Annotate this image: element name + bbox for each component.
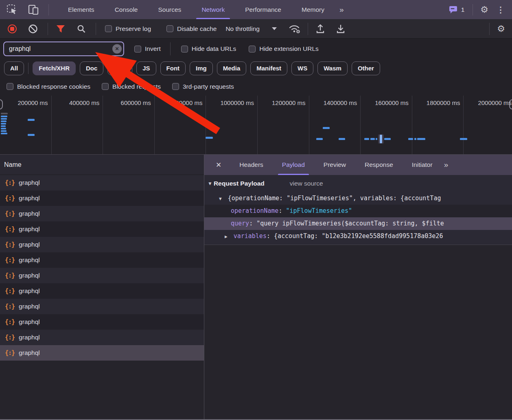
filter-chip-media[interactable]: Media (217, 61, 247, 75)
hide-data-urls-checkbox[interactable] (181, 46, 188, 52)
filter-chip-img[interactable]: Img (190, 61, 213, 75)
payload-row-operation-name[interactable]: operationName: "ipFlowTimeseries" (204, 205, 512, 217)
blocked-response-cookies-label: Blocked response cookies (17, 83, 90, 90)
request-row[interactable]: {:}graphql (0, 299, 204, 314)
disable-cache-checkbox[interactable] (166, 25, 173, 32)
name-column-header[interactable]: Name (0, 155, 204, 175)
disable-cache-toggle: Disable cache (166, 25, 217, 33)
pane-splitter[interactable] (204, 155, 204, 419)
filter-chip-all[interactable]: All (4, 61, 24, 75)
close-details-icon[interactable]: ✕ (216, 161, 221, 169)
hide-data-urls-toggle: Hide data URLs (181, 45, 236, 52)
disable-cache-label: Disable cache (177, 25, 217, 33)
settings-gear-icon[interactable]: ⚙ (480, 5, 488, 14)
fetch-xhr-icon: {:} (5, 318, 15, 326)
request-timeline-bar (414, 138, 416, 140)
fetch-xhr-icon: {:} (5, 179, 15, 186)
request-row[interactable]: {:}graphql (0, 190, 204, 206)
request-timeline-bar (339, 138, 345, 140)
request-row[interactable]: {:}graphql (0, 175, 204, 190)
more-tabs-icon[interactable]: » (339, 5, 343, 14)
tab-elements[interactable]: Elements (67, 0, 96, 19)
divider (48, 4, 49, 15)
hide-extension-urls-label: Hide extension URLs (259, 45, 319, 52)
request-timeline-bar (364, 138, 369, 140)
clear-network-log-icon[interactable] (28, 24, 38, 34)
filter-chip-manifest[interactable]: Manifest (250, 61, 287, 75)
details-tab-initiator[interactable]: Initiator (411, 155, 433, 175)
request-row[interactable]: {:}graphql (0, 252, 204, 268)
details-tab-headers[interactable]: Headers (238, 155, 264, 175)
request-row[interactable]: {:}graphql (0, 237, 204, 252)
more-details-tabs-icon[interactable]: » (444, 160, 448, 169)
filter-chip-wasm[interactable]: Wasm (317, 61, 348, 75)
timeline-column: 1200000 ms (258, 96, 309, 154)
third-party-requests-checkbox[interactable] (172, 83, 179, 90)
tab-console[interactable]: Console (114, 0, 139, 19)
details-tab-preview[interactable]: Preview (323, 155, 347, 175)
preserve-log-label: Preserve log (116, 25, 151, 33)
json-value: {accountTag: "b12e3b2192ee5588fdad995178… (274, 232, 443, 240)
json-string-value: "ipFlowTimeseries" (286, 207, 352, 214)
throttling-select-value[interactable]: No throttling (225, 25, 260, 33)
request-row[interactable]: {:}graphql (0, 206, 204, 221)
import-har-icon[interactable] (315, 23, 326, 34)
search-icon[interactable] (77, 24, 86, 34)
request-name: graphql (19, 287, 40, 295)
payload-row-query[interactable]: query: "query ipFlowTimeseries($accountT… (204, 217, 512, 230)
request-name: graphql (19, 195, 40, 202)
filter-chip-css[interactable]: CSS (107, 61, 132, 75)
name-column-header-label: Name (4, 161, 22, 168)
filter-chip-other[interactable]: Other (352, 61, 380, 75)
network-overview-timeline[interactable]: 200000 ms400000 ms600000 ms800000 ms1000… (0, 96, 512, 155)
tab-memory[interactable]: Memory (300, 0, 326, 19)
details-tab-payload[interactable]: Payload (281, 155, 306, 175)
payload-preview-row[interactable]: ▼ {operationName: "ipFlowTimeseries", va… (204, 192, 512, 205)
request-row[interactable]: {:}graphql (0, 330, 204, 345)
kebab-menu-icon[interactable]: ⋮ (497, 5, 505, 15)
request-payload-header: ▼ Request Payload view source (204, 175, 512, 192)
payload-row-variables[interactable]: ▶ variables: {accountTag: "b12e3b2192ee5… (204, 230, 512, 243)
network-settings-gear-icon[interactable]: ⚙ (497, 24, 505, 33)
device-toolbar-icon[interactable] (27, 4, 39, 15)
blocked-requests-checkbox[interactable] (102, 83, 109, 90)
request-timeline-bar (376, 138, 377, 140)
request-name: graphql (19, 334, 40, 341)
timeline-column: 800000 ms (155, 96, 206, 154)
filter-chip-js[interactable]: JS (136, 61, 156, 75)
collapse-triangle-icon[interactable]: ▼ (208, 181, 212, 186)
expand-triangle-icon[interactable]: ▼ (219, 196, 222, 201)
hide-extension-urls-checkbox[interactable] (249, 46, 256, 52)
throttling-caret-icon[interactable] (272, 27, 277, 30)
issues-message-icon[interactable] (449, 5, 458, 14)
fetch-xhr-icon: {:} (5, 272, 15, 279)
invert-checkbox[interactable] (134, 46, 141, 52)
clear-filter-icon[interactable]: ✕ (112, 44, 122, 54)
filter-chip-fetch-xhr[interactable]: Fetch/XHR (33, 61, 76, 75)
tab-sources[interactable]: Sources (157, 0, 183, 19)
request-row[interactable]: {:}graphql (0, 314, 204, 330)
tab-performance[interactable]: Performance (244, 0, 282, 19)
details-tab-response[interactable]: Response (364, 155, 394, 175)
inspect-element-icon[interactable] (7, 4, 18, 15)
divider (489, 23, 490, 35)
view-source-link[interactable]: view source (290, 180, 323, 187)
request-row[interactable]: {:}graphql (0, 345, 204, 361)
filter-chip-doc[interactable]: Doc (80, 61, 103, 75)
request-row[interactable]: {:}graphql (0, 221, 204, 237)
devtools-window: { "main_tabs": { "items": [ {"label": "E… (0, 0, 512, 420)
filter-chip-font[interactable]: Font (160, 61, 186, 75)
blocked-response-cookies-checkbox[interactable] (7, 83, 13, 90)
preserve-log-checkbox[interactable] (105, 25, 112, 32)
expand-triangle-icon[interactable]: ▶ (225, 234, 228, 239)
tab-network[interactable]: Network (200, 0, 226, 19)
request-row[interactable]: {:}graphql (0, 268, 204, 283)
filter-input[interactable] (3, 42, 124, 56)
network-conditions-icon[interactable] (288, 23, 301, 34)
record-network-log-button[interactable] (8, 24, 17, 33)
filter-funnel-icon[interactable] (56, 24, 66, 33)
filter-chip-ws[interactable]: WS (291, 61, 313, 75)
request-row[interactable]: {:}graphql (0, 283, 204, 299)
export-har-icon[interactable] (335, 23, 346, 34)
blocked-requests-label: Blocked requests (112, 83, 161, 90)
